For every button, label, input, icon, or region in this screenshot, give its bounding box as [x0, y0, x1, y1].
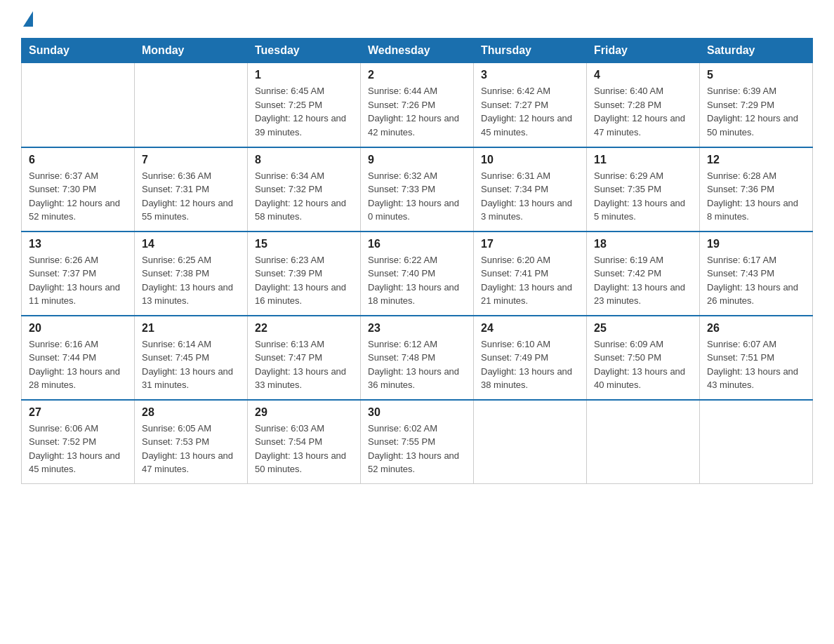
day-number: 30	[368, 406, 466, 419]
calendar-cell: 21Sunrise: 6:14 AMSunset: 7:45 PMDayligh…	[135, 316, 248, 400]
calendar-cell: 19Sunrise: 6:17 AMSunset: 7:43 PMDayligh…	[700, 232, 813, 316]
day-info: Sunrise: 6:07 AMSunset: 7:51 PMDaylight:…	[707, 337, 805, 392]
day-info: Sunrise: 6:13 AMSunset: 7:47 PMDaylight:…	[255, 337, 353, 392]
col-saturday: Saturday	[700, 39, 813, 63]
day-info: Sunrise: 6:36 AMSunset: 7:31 PMDaylight:…	[142, 169, 240, 224]
calendar-table: Sunday Monday Tuesday Wednesday Thursday…	[21, 38, 813, 484]
day-number: 8	[255, 154, 353, 166]
day-number: 23	[368, 322, 466, 335]
calendar-cell: 16Sunrise: 6:22 AMSunset: 7:40 PMDayligh…	[361, 232, 474, 316]
calendar-cell: 23Sunrise: 6:12 AMSunset: 7:48 PMDayligh…	[361, 316, 474, 400]
day-info: Sunrise: 6:45 AMSunset: 7:25 PMDaylight:…	[255, 84, 353, 139]
calendar-header-row: Sunday Monday Tuesday Wednesday Thursday…	[22, 39, 813, 63]
day-number: 27	[29, 406, 127, 419]
calendar-cell: 8Sunrise: 6:34 AMSunset: 7:32 PMDaylight…	[248, 147, 361, 232]
day-number: 2	[368, 69, 466, 81]
calendar-cell: 2Sunrise: 6:44 AMSunset: 7:26 PMDaylight…	[361, 63, 474, 147]
calendar-cell: 20Sunrise: 6:16 AMSunset: 7:44 PMDayligh…	[22, 316, 135, 400]
calendar-cell: 27Sunrise: 6:06 AMSunset: 7:52 PMDayligh…	[22, 400, 135, 484]
logo-triangle-icon	[23, 11, 33, 27]
calendar-cell: 9Sunrise: 6:32 AMSunset: 7:33 PMDaylight…	[361, 147, 474, 232]
col-tuesday: Tuesday	[248, 39, 361, 63]
day-number: 17	[481, 238, 579, 250]
calendar-cell: 11Sunrise: 6:29 AMSunset: 7:35 PMDayligh…	[587, 147, 700, 232]
day-info: Sunrise: 6:19 AMSunset: 7:42 PMDaylight:…	[594, 253, 692, 308]
day-number: 29	[255, 406, 353, 419]
col-sunday: Sunday	[22, 39, 135, 63]
calendar-cell: 12Sunrise: 6:28 AMSunset: 7:36 PMDayligh…	[700, 147, 813, 232]
day-number: 15	[255, 238, 353, 250]
day-number: 16	[368, 238, 466, 250]
day-info: Sunrise: 6:42 AMSunset: 7:27 PMDaylight:…	[481, 84, 579, 139]
day-info: Sunrise: 6:10 AMSunset: 7:49 PMDaylight:…	[481, 337, 579, 392]
calendar-cell	[587, 400, 700, 484]
day-info: Sunrise: 6:12 AMSunset: 7:48 PMDaylight:…	[368, 337, 466, 392]
day-info: Sunrise: 6:32 AMSunset: 7:33 PMDaylight:…	[368, 169, 466, 224]
day-info: Sunrise: 6:40 AMSunset: 7:28 PMDaylight:…	[594, 84, 692, 139]
day-number: 19	[707, 238, 805, 250]
day-number: 28	[142, 406, 240, 419]
calendar-cell: 1Sunrise: 6:45 AMSunset: 7:25 PMDaylight…	[248, 63, 361, 147]
day-number: 11	[594, 154, 692, 166]
day-info: Sunrise: 6:06 AMSunset: 7:52 PMDaylight:…	[29, 422, 127, 476]
day-number: 3	[481, 69, 579, 81]
calendar-cell: 28Sunrise: 6:05 AMSunset: 7:53 PMDayligh…	[135, 400, 248, 484]
calendar-cell: 3Sunrise: 6:42 AMSunset: 7:27 PMDaylight…	[474, 63, 587, 147]
calendar-cell: 30Sunrise: 6:02 AMSunset: 7:55 PMDayligh…	[361, 400, 474, 484]
calendar-cell: 4Sunrise: 6:40 AMSunset: 7:28 PMDaylight…	[587, 63, 700, 147]
calendar-cell: 6Sunrise: 6:37 AMSunset: 7:30 PMDaylight…	[22, 147, 135, 232]
calendar-cell	[700, 400, 813, 484]
col-friday: Friday	[587, 39, 700, 63]
day-number: 18	[594, 238, 692, 250]
day-number: 10	[481, 154, 579, 166]
day-number: 4	[594, 69, 692, 81]
day-info: Sunrise: 6:39 AMSunset: 7:29 PMDaylight:…	[707, 84, 805, 139]
day-info: Sunrise: 6:31 AMSunset: 7:34 PMDaylight:…	[481, 169, 579, 224]
calendar-cell: 13Sunrise: 6:26 AMSunset: 7:37 PMDayligh…	[22, 232, 135, 316]
day-info: Sunrise: 6:37 AMSunset: 7:30 PMDaylight:…	[29, 169, 127, 224]
calendar-week-row: 6Sunrise: 6:37 AMSunset: 7:30 PMDaylight…	[22, 147, 813, 232]
calendar-cell: 24Sunrise: 6:10 AMSunset: 7:49 PMDayligh…	[474, 316, 587, 400]
logo	[21, 14, 34, 24]
day-number: 21	[142, 322, 240, 335]
day-number: 14	[142, 238, 240, 250]
day-info: Sunrise: 6:02 AMSunset: 7:55 PMDaylight:…	[368, 422, 466, 476]
calendar-cell: 18Sunrise: 6:19 AMSunset: 7:42 PMDayligh…	[587, 232, 700, 316]
day-number: 24	[481, 322, 579, 335]
day-number: 13	[29, 238, 127, 250]
calendar-cell: 26Sunrise: 6:07 AMSunset: 7:51 PMDayligh…	[700, 316, 813, 400]
day-info: Sunrise: 6:28 AMSunset: 7:36 PMDaylight:…	[707, 169, 805, 224]
day-info: Sunrise: 6:16 AMSunset: 7:44 PMDaylight:…	[29, 337, 127, 392]
day-info: Sunrise: 6:44 AMSunset: 7:26 PMDaylight:…	[368, 84, 466, 139]
day-info: Sunrise: 6:26 AMSunset: 7:37 PMDaylight:…	[29, 253, 127, 308]
day-info: Sunrise: 6:23 AMSunset: 7:39 PMDaylight:…	[255, 253, 353, 308]
day-number: 25	[594, 322, 692, 335]
calendar-cell	[22, 63, 135, 147]
calendar-cell: 7Sunrise: 6:36 AMSunset: 7:31 PMDaylight…	[135, 147, 248, 232]
calendar-week-row: 27Sunrise: 6:06 AMSunset: 7:52 PMDayligh…	[22, 400, 813, 484]
day-number: 12	[707, 154, 805, 166]
calendar-cell: 10Sunrise: 6:31 AMSunset: 7:34 PMDayligh…	[474, 147, 587, 232]
calendar-week-row: 1Sunrise: 6:45 AMSunset: 7:25 PMDaylight…	[22, 63, 813, 147]
day-number: 6	[29, 154, 127, 166]
col-thursday: Thursday	[474, 39, 587, 63]
day-info: Sunrise: 6:20 AMSunset: 7:41 PMDaylight:…	[481, 253, 579, 308]
day-info: Sunrise: 6:34 AMSunset: 7:32 PMDaylight:…	[255, 169, 353, 224]
col-monday: Monday	[135, 39, 248, 63]
day-info: Sunrise: 6:17 AMSunset: 7:43 PMDaylight:…	[707, 253, 805, 308]
day-info: Sunrise: 6:05 AMSunset: 7:53 PMDaylight:…	[142, 422, 240, 476]
calendar-week-row: 20Sunrise: 6:16 AMSunset: 7:44 PMDayligh…	[22, 316, 813, 400]
calendar-cell: 22Sunrise: 6:13 AMSunset: 7:47 PMDayligh…	[248, 316, 361, 400]
day-number: 20	[29, 322, 127, 335]
calendar-cell: 14Sunrise: 6:25 AMSunset: 7:38 PMDayligh…	[135, 232, 248, 316]
day-number: 1	[255, 69, 353, 81]
day-info: Sunrise: 6:22 AMSunset: 7:40 PMDaylight:…	[368, 253, 466, 308]
day-number: 5	[707, 69, 805, 81]
day-info: Sunrise: 6:14 AMSunset: 7:45 PMDaylight:…	[142, 337, 240, 392]
day-info: Sunrise: 6:25 AMSunset: 7:38 PMDaylight:…	[142, 253, 240, 308]
day-info: Sunrise: 6:03 AMSunset: 7:54 PMDaylight:…	[255, 422, 353, 476]
day-number: 22	[255, 322, 353, 335]
day-number: 26	[707, 322, 805, 335]
col-wednesday: Wednesday	[361, 39, 474, 63]
calendar-cell	[135, 63, 248, 147]
